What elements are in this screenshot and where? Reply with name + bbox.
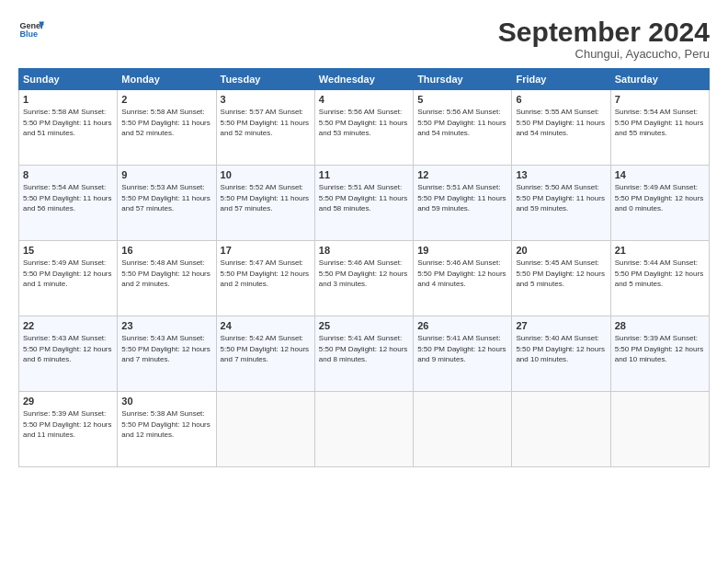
header-row: Sunday Monday Tuesday Wednesday Thursday… <box>19 69 710 90</box>
day-number: 20 <box>516 245 606 256</box>
table-row: 8Sunrise: 5:54 AM Sunset: 5:50 PM Daylig… <box>19 166 118 241</box>
day-detail: Sunrise: 5:43 AM Sunset: 5:50 PM Dayligh… <box>23 333 113 365</box>
table-row: 11Sunrise: 5:51 AM Sunset: 5:50 PM Dayli… <box>314 166 413 241</box>
calendar-week-4: 22Sunrise: 5:43 AM Sunset: 5:50 PM Dayli… <box>19 316 710 392</box>
table-row: 17Sunrise: 5:47 AM Sunset: 5:50 PM Dayli… <box>216 241 314 316</box>
day-detail: Sunrise: 5:58 AM Sunset: 5:50 PM Dayligh… <box>23 107 113 139</box>
table-row: 2Sunrise: 5:58 AM Sunset: 5:50 PM Daylig… <box>118 90 216 166</box>
table-row: 3Sunrise: 5:57 AM Sunset: 5:50 PM Daylig… <box>216 90 314 166</box>
table-row: 21Sunrise: 5:44 AM Sunset: 5:50 PM Dayli… <box>610 241 709 316</box>
header: General Blue September 2024 Chungui, Aya… <box>18 17 710 61</box>
day-number: 11 <box>319 169 409 180</box>
table-row <box>314 392 413 467</box>
day-detail: Sunrise: 5:54 AM Sunset: 5:50 PM Dayligh… <box>615 107 705 139</box>
day-detail: Sunrise: 5:53 AM Sunset: 5:50 PM Dayligh… <box>121 182 211 214</box>
calendar-week-1: 1Sunrise: 5:58 AM Sunset: 5:50 PM Daylig… <box>19 90 710 166</box>
table-row: 26Sunrise: 5:41 AM Sunset: 5:50 PM Dayli… <box>414 316 512 392</box>
location: Chungui, Ayacucho, Peru <box>498 47 710 61</box>
day-number: 4 <box>319 94 409 105</box>
table-row: 22Sunrise: 5:43 AM Sunset: 5:50 PM Dayli… <box>19 316 118 392</box>
day-number: 14 <box>615 169 705 180</box>
col-thursday: Thursday <box>414 69 512 90</box>
day-number: 29 <box>23 396 113 407</box>
table-row: 30Sunrise: 5:38 AM Sunset: 5:50 PM Dayli… <box>118 392 216 467</box>
title-block: September 2024 Chungui, Ayacucho, Peru <box>498 17 710 61</box>
day-detail: Sunrise: 5:46 AM Sunset: 5:50 PM Dayligh… <box>417 258 507 290</box>
day-number: 23 <box>121 320 211 331</box>
table-row: 27Sunrise: 5:40 AM Sunset: 5:50 PM Dayli… <box>512 316 610 392</box>
day-detail: Sunrise: 5:47 AM Sunset: 5:50 PM Dayligh… <box>221 258 311 290</box>
col-friday: Friday <box>512 69 610 90</box>
day-number: 12 <box>417 169 507 180</box>
table-row: 25Sunrise: 5:41 AM Sunset: 5:50 PM Dayli… <box>314 316 413 392</box>
table-row <box>414 392 512 467</box>
calendar-week-2: 8Sunrise: 5:54 AM Sunset: 5:50 PM Daylig… <box>19 166 710 241</box>
month-title: September 2024 <box>498 17 710 47</box>
logo-icon: General Blue <box>18 17 44 42</box>
day-number: 15 <box>23 245 113 256</box>
table-row: 6Sunrise: 5:55 AM Sunset: 5:50 PM Daylig… <box>512 90 610 166</box>
day-number: 13 <box>516 169 606 180</box>
day-detail: Sunrise: 5:39 AM Sunset: 5:50 PM Dayligh… <box>23 408 113 441</box>
day-detail: Sunrise: 5:41 AM Sunset: 5:50 PM Dayligh… <box>319 333 409 365</box>
day-number: 9 <box>121 169 211 180</box>
day-number: 5 <box>417 94 507 105</box>
day-number: 18 <box>319 245 409 256</box>
day-number: 21 <box>615 245 705 256</box>
day-number: 16 <box>121 245 211 256</box>
calendar-page: General Blue September 2024 Chungui, Aya… <box>0 0 728 563</box>
day-detail: Sunrise: 5:39 AM Sunset: 5:50 PM Dayligh… <box>615 333 705 365</box>
table-row: 7Sunrise: 5:54 AM Sunset: 5:50 PM Daylig… <box>610 90 709 166</box>
day-detail: Sunrise: 5:50 AM Sunset: 5:50 PM Dayligh… <box>516 182 606 214</box>
table-row: 18Sunrise: 5:46 AM Sunset: 5:50 PM Dayli… <box>314 241 413 316</box>
table-row: 23Sunrise: 5:43 AM Sunset: 5:50 PM Dayli… <box>118 316 216 392</box>
day-number: 7 <box>615 94 705 105</box>
calendar-table: Sunday Monday Tuesday Wednesday Thursday… <box>18 68 710 467</box>
table-row: 28Sunrise: 5:39 AM Sunset: 5:50 PM Dayli… <box>610 316 709 392</box>
day-detail: Sunrise: 5:49 AM Sunset: 5:50 PM Dayligh… <box>23 258 113 290</box>
day-number: 1 <box>23 94 113 105</box>
table-row <box>216 392 314 467</box>
calendar-week-5: 29Sunrise: 5:39 AM Sunset: 5:50 PM Dayli… <box>19 392 710 467</box>
day-number: 25 <box>319 320 409 331</box>
day-number: 6 <box>516 94 606 105</box>
day-detail: Sunrise: 5:54 AM Sunset: 5:50 PM Dayligh… <box>23 182 113 214</box>
day-detail: Sunrise: 5:43 AM Sunset: 5:50 PM Dayligh… <box>121 333 211 365</box>
table-row: 19Sunrise: 5:46 AM Sunset: 5:50 PM Dayli… <box>414 241 512 316</box>
day-detail: Sunrise: 5:57 AM Sunset: 5:50 PM Dayligh… <box>221 107 311 139</box>
day-number: 10 <box>221 169 311 180</box>
col-sunday: Sunday <box>19 69 118 90</box>
table-row: 12Sunrise: 5:51 AM Sunset: 5:50 PM Dayli… <box>414 166 512 241</box>
svg-text:Blue: Blue <box>19 29 38 39</box>
day-number: 3 <box>221 94 311 105</box>
day-number: 27 <box>516 320 606 331</box>
day-number: 24 <box>221 320 311 331</box>
day-detail: Sunrise: 5:55 AM Sunset: 5:50 PM Dayligh… <box>516 107 606 139</box>
table-row: 16Sunrise: 5:48 AM Sunset: 5:50 PM Dayli… <box>118 241 216 316</box>
table-row: 10Sunrise: 5:52 AM Sunset: 5:50 PM Dayli… <box>216 166 314 241</box>
day-detail: Sunrise: 5:46 AM Sunset: 5:50 PM Dayligh… <box>319 258 409 290</box>
day-number: 17 <box>221 245 311 256</box>
table-row: 5Sunrise: 5:56 AM Sunset: 5:50 PM Daylig… <box>414 90 512 166</box>
day-detail: Sunrise: 5:51 AM Sunset: 5:50 PM Dayligh… <box>417 182 507 214</box>
table-row <box>610 392 709 467</box>
day-detail: Sunrise: 5:49 AM Sunset: 5:50 PM Dayligh… <box>615 182 705 214</box>
day-detail: Sunrise: 5:51 AM Sunset: 5:50 PM Dayligh… <box>319 182 409 214</box>
day-detail: Sunrise: 5:52 AM Sunset: 5:50 PM Dayligh… <box>221 182 311 214</box>
logo: General Blue <box>18 17 44 42</box>
day-detail: Sunrise: 5:42 AM Sunset: 5:50 PM Dayligh… <box>221 333 311 365</box>
day-detail: Sunrise: 5:56 AM Sunset: 5:50 PM Dayligh… <box>319 107 409 139</box>
col-monday: Monday <box>118 69 216 90</box>
table-row: 20Sunrise: 5:45 AM Sunset: 5:50 PM Dayli… <box>512 241 610 316</box>
table-row: 24Sunrise: 5:42 AM Sunset: 5:50 PM Dayli… <box>216 316 314 392</box>
table-row: 14Sunrise: 5:49 AM Sunset: 5:50 PM Dayli… <box>610 166 709 241</box>
day-detail: Sunrise: 5:38 AM Sunset: 5:50 PM Dayligh… <box>121 408 211 441</box>
table-row: 1Sunrise: 5:58 AM Sunset: 5:50 PM Daylig… <box>19 90 118 166</box>
day-number: 8 <box>23 169 113 180</box>
day-detail: Sunrise: 5:44 AM Sunset: 5:50 PM Dayligh… <box>615 258 705 290</box>
calendar-week-3: 15Sunrise: 5:49 AM Sunset: 5:50 PM Dayli… <box>19 241 710 316</box>
day-number: 2 <box>121 94 211 105</box>
day-detail: Sunrise: 5:48 AM Sunset: 5:50 PM Dayligh… <box>121 258 211 290</box>
table-row <box>512 392 610 467</box>
table-row: 9Sunrise: 5:53 AM Sunset: 5:50 PM Daylig… <box>118 166 216 241</box>
